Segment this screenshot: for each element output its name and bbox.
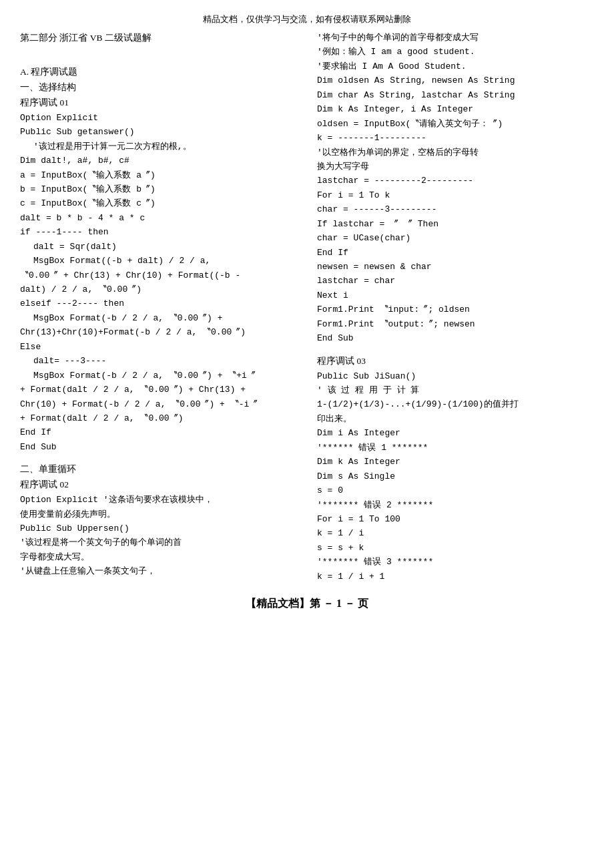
code-02-3: Public Sub Uppersen() bbox=[20, 521, 297, 535]
left-column: 第二部分 浙江省 VB 二级试题解 A. 程序调试题 一、选择结构 程序调试 0… bbox=[20, 31, 307, 584]
r-code-15: End If bbox=[317, 246, 594, 260]
r-code-23c: 印出来。 bbox=[317, 412, 594, 426]
code-line-1: Option Explicit bbox=[20, 111, 297, 125]
r-code-22: Public Sub JiSuan() bbox=[317, 369, 594, 383]
code-line-2: Public Sub getanswer() bbox=[20, 125, 297, 139]
section-2: 二、单重循环 bbox=[20, 462, 297, 477]
r-code-16: newsen = newsen & char bbox=[317, 260, 594, 274]
code-line-13: dalt) / 2 / a, 〝0.00〞) bbox=[20, 282, 297, 296]
code-line-23: End If bbox=[20, 425, 297, 439]
code-line-17: Else bbox=[20, 340, 297, 354]
prog-01-title: 程序调试 01 bbox=[20, 95, 297, 111]
r-code-21: End Sub bbox=[317, 331, 594, 345]
code-line-18: dalt= ---3---- bbox=[20, 354, 297, 368]
code-line-7: c = InputBox(〝输入系数 c〞) bbox=[20, 196, 297, 210]
r-code-30: For i = 1 To 100 bbox=[317, 512, 594, 526]
r-code-19: Form1.Print 〝input:〞; oldsen bbox=[317, 302, 594, 316]
r-code-5: Dim char As String, lastchar As String bbox=[317, 88, 594, 102]
r-code-27: Dim s As Single bbox=[317, 469, 594, 483]
r-code-20: Form1.Print 〝output:〞; newsen bbox=[317, 317, 594, 331]
prog-02-title: 程序调试 02 bbox=[20, 477, 297, 493]
r-code-25: '****** 错误 1 ******* bbox=[317, 441, 594, 455]
r-code-29: '******* 错误 2 ******* bbox=[317, 498, 594, 512]
prog-03-title: 程序调试 03 bbox=[317, 354, 594, 369]
code-line-6: b = InputBox(〝输入系数 b〞) bbox=[20, 182, 297, 196]
r-code-9: '以空格作为单词的界定，空格后的字母转 bbox=[317, 146, 594, 160]
right-column: '将句子中的每个单词的首字母都变成大写 '例如：输入 I am a good s… bbox=[307, 31, 594, 584]
r-code-34: k = 1 / i + 1 bbox=[317, 570, 594, 584]
code-02-4: '该过程是将一个英文句子的每个单词的首 bbox=[20, 535, 297, 550]
r-code-12: char = ------3--------- bbox=[317, 202, 594, 216]
r-code-32: s = s + k bbox=[317, 541, 594, 555]
r-code-1: '将句子中的每个单词的首字母都变成大写 bbox=[317, 31, 594, 45]
r-code-7: oldsen = InputBox(〝请输入英文句子：〞) bbox=[317, 117, 594, 131]
r-code-2: '例如：输入 I am a good student. bbox=[317, 45, 594, 59]
code-line-15: MsgBox Format(-b / 2 / a, 〝0.00〞) + bbox=[20, 311, 297, 325]
code-line-5: a = InputBox(〝输入系数 a〞) bbox=[20, 168, 297, 182]
r-code-23: ' 该 过 程 用 于 计 算 bbox=[317, 383, 594, 397]
code-02-6: '从键盘上任意输入一条英文句子， bbox=[20, 564, 297, 578]
section-1: 一、选择结构 bbox=[20, 80, 297, 95]
code-line-21: Chr(10) + Format(-b / 2 / a, 〝0.00〞) + 〝… bbox=[20, 397, 297, 411]
code-line-24: End Sub bbox=[20, 440, 297, 454]
code-02-1: Option Explicit '这条语句要求在该模块中， bbox=[20, 493, 297, 507]
r-code-9b: 换为大写字母 bbox=[317, 160, 594, 174]
r-code-33: '******* 错误 3 ******* bbox=[317, 555, 594, 569]
code-line-9: if ----1---- then bbox=[20, 225, 297, 239]
code-line-12: 〝0.00〞 + Chr(13) + Chr(10) + Format((-b … bbox=[20, 268, 297, 282]
r-code-28: s = 0 bbox=[317, 483, 594, 497]
r-code-17: lastchar = char bbox=[317, 274, 594, 288]
r-code-4: Dim oldsen As String, newsen As String bbox=[317, 73, 594, 87]
code-02-5: 字母都变成大写。 bbox=[20, 550, 297, 564]
code-line-16: Chr(13)+Chr(10)+Format(-b / 2 / a, 〝0.00… bbox=[20, 325, 297, 339]
code-line-14: elseif ---2---- then bbox=[20, 296, 297, 310]
r-code-18: Next i bbox=[317, 288, 594, 302]
r-code-31: k = 1 / i bbox=[317, 526, 594, 540]
code-line-19: MsgBox Format(-b / 2 / a, 〝0.00〞) + 〝+i〞 bbox=[20, 369, 297, 383]
r-code-3: '要求输出 I Am A Good Student. bbox=[317, 59, 594, 73]
part-title: 第二部分 浙江省 VB 二级试题解 bbox=[20, 31, 297, 46]
code-line-10: dalt = Sqr(dalt) bbox=[20, 240, 297, 254]
header-watermark: 精品文档，仅供学习与交流，如有侵权请联系网站删除 bbox=[20, 13, 594, 25]
section-a: A. 程序调试题 bbox=[20, 65, 297, 80]
r-code-14: char = UCase(char) bbox=[317, 231, 594, 245]
r-code-11: For i = 1 To k bbox=[317, 188, 594, 202]
r-code-26: Dim k As Integer bbox=[317, 455, 594, 469]
code-line-20: + Format(dalt / 2 / a, 〝0.00〞) + Chr(13)… bbox=[20, 383, 297, 397]
code-02-2: 使用变量前必须先声明。 bbox=[20, 507, 297, 521]
code-line-11: MsgBox Format((-b + dalt) / 2 / a, bbox=[20, 254, 297, 268]
r-code-23b: 1-(1/2)+(1/3)-...+(1/99)-(1/100)的值并打 bbox=[317, 397, 594, 411]
r-code-10: lastchar = ---------2--------- bbox=[317, 174, 594, 188]
code-line-22: + Format(dalt / 2 / a, 〝0.00〞) bbox=[20, 411, 297, 425]
code-line-8: dalt = b * b - 4 * a * c bbox=[20, 211, 297, 225]
r-code-24: Dim i As Integer bbox=[317, 426, 594, 440]
r-code-8: k = -------1--------- bbox=[317, 131, 594, 145]
code-line-4: Dim dalt!, a#, b#, c# bbox=[20, 154, 297, 168]
code-line-3: '该过程是用于计算一元二次方程的根,。 bbox=[20, 140, 297, 154]
page-footer: 【精品文档】第 － 1 － 页 bbox=[20, 597, 594, 611]
r-code-6: Dim k As Integer, i As Integer bbox=[317, 102, 594, 116]
r-code-13: If lastchar = 〞 〞 Then bbox=[317, 217, 594, 231]
